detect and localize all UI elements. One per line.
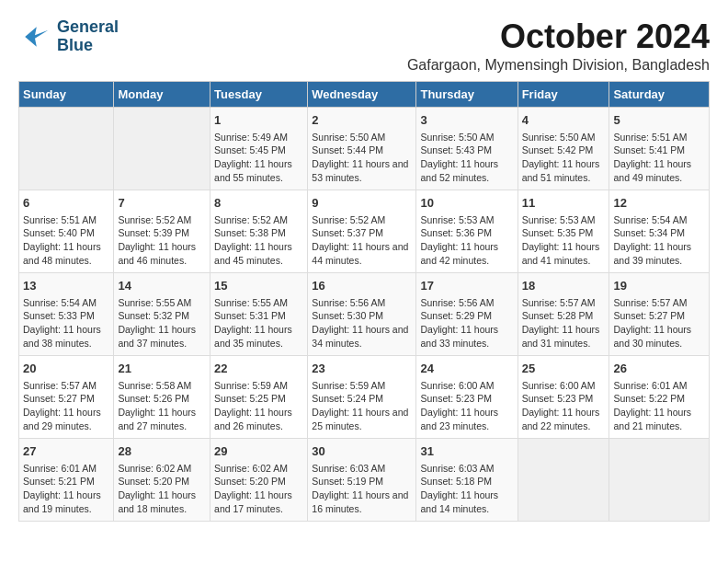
calendar-cell: 16Sunrise: 5:56 AMSunset: 5:30 PMDayligh… (308, 272, 416, 355)
day-info: Sunrise: 5:59 AMSunset: 5:24 PMDaylight:… (312, 379, 412, 433)
calendar-cell: 3Sunrise: 5:50 AMSunset: 5:43 PMDaylight… (416, 107, 518, 190)
subtitle: Gafargaon, Mymensingh Division, Banglade… (407, 57, 710, 74)
calendar-cell (19, 107, 114, 190)
calendar-cell: 22Sunrise: 5:59 AMSunset: 5:25 PMDayligh… (210, 355, 308, 438)
day-number: 26 (613, 361, 705, 377)
day-info: Sunrise: 5:51 AMSunset: 5:40 PMDaylight:… (23, 213, 109, 268)
day-info: Sunrise: 5:55 AMSunset: 5:32 PMDaylight:… (118, 296, 206, 350)
calendar-cell: 4Sunrise: 5:50 AMSunset: 5:42 PMDaylight… (518, 107, 609, 190)
day-number: 6 (23, 195, 109, 212)
calendar-cell: 19Sunrise: 5:57 AMSunset: 5:27 PMDayligh… (609, 272, 710, 355)
day-number: 1 (214, 112, 303, 129)
day-number: 9 (312, 195, 412, 212)
calendar-week-row: 1Sunrise: 5:49 AMSunset: 5:45 PMDaylight… (19, 107, 710, 190)
calendar-cell: 13Sunrise: 5:54 AMSunset: 5:33 PMDayligh… (19, 272, 114, 355)
day-info: Sunrise: 6:03 AMSunset: 5:19 PMDaylight:… (312, 462, 412, 516)
day-info: Sunrise: 6:02 AMSunset: 5:20 PMDaylight:… (214, 462, 303, 516)
weekday-header: Saturday (609, 81, 710, 107)
day-info: Sunrise: 5:57 AMSunset: 5:27 PMDaylight:… (23, 379, 109, 433)
calendar-cell: 28Sunrise: 6:02 AMSunset: 5:20 PMDayligh… (114, 438, 210, 521)
day-info: Sunrise: 5:57 AMSunset: 5:28 PMDaylight:… (522, 296, 606, 350)
calendar-cell: 7Sunrise: 5:52 AMSunset: 5:39 PMDaylight… (114, 190, 210, 272)
weekday-header: Tuesday (210, 81, 308, 107)
day-number: 19 (613, 278, 705, 294)
calendar-cell: 6Sunrise: 5:51 AMSunset: 5:40 PMDaylight… (19, 190, 114, 272)
calendar-cell: 27Sunrise: 6:01 AMSunset: 5:21 PMDayligh… (19, 438, 114, 521)
calendar-week-row: 13Sunrise: 5:54 AMSunset: 5:33 PMDayligh… (19, 272, 710, 355)
day-info: Sunrise: 5:49 AMSunset: 5:45 PMDaylight:… (214, 131, 303, 185)
day-number: 16 (312, 278, 412, 294)
day-number: 11 (522, 195, 606, 212)
day-info: Sunrise: 6:02 AMSunset: 5:20 PMDaylight:… (118, 462, 206, 516)
calendar-header: SundayMondayTuesdayWednesdayThursdayFrid… (19, 81, 710, 107)
day-number: 10 (420, 195, 513, 212)
day-number: 13 (23, 278, 109, 294)
day-number: 3 (420, 112, 513, 129)
day-number: 31 (420, 443, 513, 460)
calendar-cell: 14Sunrise: 5:55 AMSunset: 5:32 PMDayligh… (114, 272, 210, 355)
calendar-week-row: 20Sunrise: 5:57 AMSunset: 5:27 PMDayligh… (19, 355, 710, 438)
day-info: Sunrise: 6:01 AMSunset: 5:21 PMDaylight:… (23, 462, 109, 516)
calendar-cell: 20Sunrise: 5:57 AMSunset: 5:27 PMDayligh… (19, 355, 114, 438)
calendar-cell: 26Sunrise: 6:01 AMSunset: 5:22 PMDayligh… (609, 355, 710, 438)
day-number: 17 (420, 278, 513, 294)
day-info: Sunrise: 6:03 AMSunset: 5:18 PMDaylight:… (420, 462, 513, 516)
day-number: 2 (312, 112, 412, 129)
calendar-cell (518, 438, 609, 521)
day-info: Sunrise: 5:52 AMSunset: 5:38 PMDaylight:… (214, 213, 303, 268)
day-number: 4 (522, 112, 606, 129)
calendar-cell (609, 438, 710, 521)
day-info: Sunrise: 5:54 AMSunset: 5:33 PMDaylight:… (23, 296, 109, 350)
calendar-cell: 25Sunrise: 6:00 AMSunset: 5:23 PMDayligh… (518, 355, 609, 438)
logo-text: General Blue (57, 18, 119, 55)
day-number: 22 (214, 361, 303, 377)
day-number: 23 (312, 361, 412, 377)
day-info: Sunrise: 5:59 AMSunset: 5:25 PMDaylight:… (214, 379, 303, 433)
day-info: Sunrise: 5:57 AMSunset: 5:27 PMDaylight:… (613, 296, 705, 350)
day-info: Sunrise: 5:50 AMSunset: 5:44 PMDaylight:… (312, 131, 412, 185)
calendar-cell: 10Sunrise: 5:53 AMSunset: 5:36 PMDayligh… (416, 190, 518, 272)
day-number: 12 (613, 195, 705, 212)
day-number: 15 (214, 278, 303, 294)
day-number: 5 (613, 112, 705, 129)
calendar-cell: 29Sunrise: 6:02 AMSunset: 5:20 PMDayligh… (210, 438, 308, 521)
day-number: 20 (23, 361, 109, 377)
day-info: Sunrise: 5:50 AMSunset: 5:42 PMDaylight:… (522, 131, 606, 185)
weekday-header-row: SundayMondayTuesdayWednesdayThursdayFrid… (19, 81, 710, 107)
calendar-table: SundayMondayTuesdayWednesdayThursdayFrid… (18, 81, 710, 522)
calendar-cell: 5Sunrise: 5:51 AMSunset: 5:41 PMDaylight… (609, 107, 710, 190)
calendar-cell: 8Sunrise: 5:52 AMSunset: 5:38 PMDaylight… (210, 190, 308, 272)
weekday-header: Thursday (416, 81, 518, 107)
calendar-week-row: 27Sunrise: 6:01 AMSunset: 5:21 PMDayligh… (19, 438, 710, 521)
weekday-header: Sunday (19, 81, 114, 107)
day-number: 25 (522, 361, 606, 377)
calendar-cell: 23Sunrise: 5:59 AMSunset: 5:24 PMDayligh… (308, 355, 416, 438)
weekday-header: Monday (114, 81, 210, 107)
calendar-cell: 31Sunrise: 6:03 AMSunset: 5:18 PMDayligh… (416, 438, 518, 521)
calendar-body: 1Sunrise: 5:49 AMSunset: 5:45 PMDaylight… (19, 107, 710, 521)
calendar-cell: 11Sunrise: 5:53 AMSunset: 5:35 PMDayligh… (518, 190, 609, 272)
day-number: 14 (118, 278, 206, 294)
weekday-header: Wednesday (308, 81, 416, 107)
main-title: October 2024 (407, 18, 710, 55)
day-info: Sunrise: 5:58 AMSunset: 5:26 PMDaylight:… (118, 379, 206, 433)
calendar-cell: 2Sunrise: 5:50 AMSunset: 5:44 PMDaylight… (308, 107, 416, 190)
calendar-cell (114, 107, 210, 190)
calendar-week-row: 6Sunrise: 5:51 AMSunset: 5:40 PMDaylight… (19, 190, 710, 272)
day-number: 18 (522, 278, 606, 294)
day-info: Sunrise: 5:51 AMSunset: 5:41 PMDaylight:… (613, 131, 705, 185)
page-header: General Blue October 2024 Gafargaon, Mym… (18, 18, 710, 74)
day-info: Sunrise: 5:55 AMSunset: 5:31 PMDaylight:… (214, 296, 303, 350)
day-number: 7 (118, 195, 206, 212)
day-number: 27 (23, 443, 109, 460)
weekday-header: Friday (518, 81, 609, 107)
svg-marker-0 (25, 27, 48, 47)
logo-icon (18, 20, 51, 53)
day-info: Sunrise: 6:00 AMSunset: 5:23 PMDaylight:… (420, 379, 513, 433)
day-info: Sunrise: 5:56 AMSunset: 5:29 PMDaylight:… (420, 296, 513, 350)
calendar-cell: 17Sunrise: 5:56 AMSunset: 5:29 PMDayligh… (416, 272, 518, 355)
day-number: 24 (420, 361, 513, 377)
day-info: Sunrise: 6:01 AMSunset: 5:22 PMDaylight:… (613, 379, 705, 433)
day-info: Sunrise: 5:50 AMSunset: 5:43 PMDaylight:… (420, 131, 513, 185)
title-section: October 2024 Gafargaon, Mymensingh Divis… (407, 18, 710, 74)
